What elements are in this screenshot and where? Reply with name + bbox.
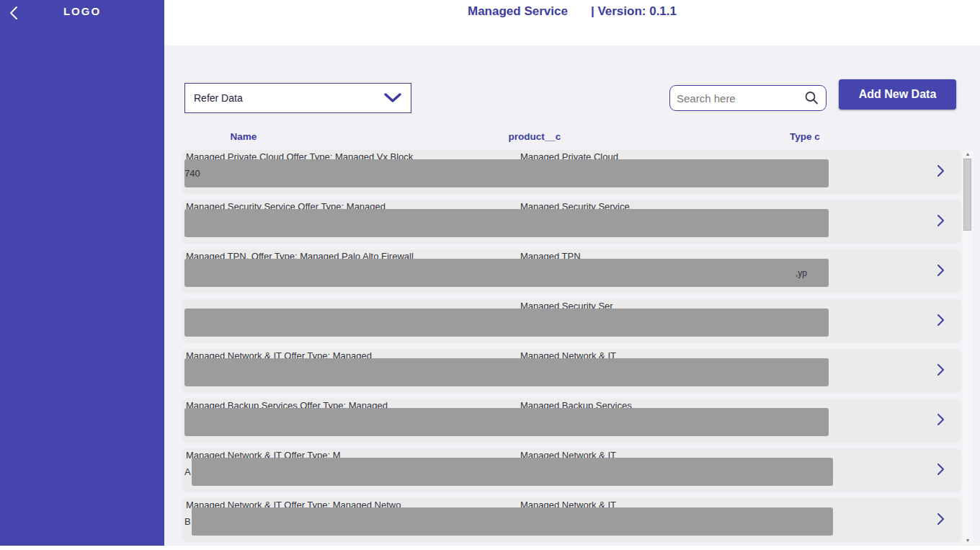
redaction-bar	[184, 209, 829, 237]
table-row[interactable]: Managed Network & IT Offer Type: M Manag…	[182, 448, 961, 492]
scroll-up-arrow[interactable]: ▲	[963, 151, 973, 158]
chevron-right-icon[interactable]	[935, 263, 947, 280]
redaction-bar	[192, 507, 833, 536]
redaction-bar	[184, 259, 829, 287]
page-title: Managed Service	[468, 4, 568, 19]
app-window: LOGO Managed Service | Version: 0.1.1 Re…	[0, 0, 980, 550]
bottom-divider	[0, 546, 980, 550]
column-header-type: Type c	[790, 131, 820, 142]
refer-data-dropdown[interactable]: Refer Data	[184, 83, 411, 113]
redaction-bar	[192, 458, 833, 486]
chevron-right-icon[interactable]	[935, 363, 947, 380]
column-header-product: product__c	[509, 131, 561, 142]
table-row[interactable]: Managed Network & IT Offer Type: Managed…	[182, 498, 961, 542]
redaction-bar	[184, 408, 829, 436]
version-label: | Version: 0.1.1	[591, 4, 677, 19]
chevron-right-icon[interactable]	[935, 313, 947, 330]
chevron-right-icon[interactable]	[935, 462, 947, 479]
search-box	[669, 85, 827, 111]
data-row-list: Managed Private Cloud Offer Type: Manage…	[182, 150, 961, 548]
table-row[interactable]: Managed Security Service Offer Type: Man…	[182, 200, 961, 244]
redaction-bar	[184, 159, 829, 187]
chevron-right-icon[interactable]	[935, 412, 947, 430]
table-row[interactable]: Managed TPN, Offer Type: Managed Palo Al…	[182, 249, 961, 293]
table-row[interactable]: Managed Private Cloud Offer Type: Manage…	[182, 150, 961, 194]
redaction-bar	[184, 358, 829, 386]
vertical-scrollbar[interactable]: ▲ ▼	[963, 151, 973, 544]
search-input[interactable]	[677, 92, 803, 105]
redaction-bar	[184, 309, 829, 337]
table-row[interactable]: Managed Security Ser	[182, 299, 961, 343]
add-new-data-button[interactable]: Add New Data	[839, 79, 956, 110]
scroll-down-arrow[interactable]: ▼	[963, 537, 973, 544]
table-row[interactable]: Managed Network & IT Offer Type: Managed…	[182, 349, 961, 393]
chevron-right-icon[interactable]	[935, 213, 947, 231]
scrollbar-thumb[interactable]	[963, 159, 971, 231]
sidebar: LOGO	[0, 0, 164, 546]
search-icon[interactable]	[803, 90, 819, 106]
chevron-right-icon[interactable]	[935, 164, 947, 181]
row-name-line2-fragment: B	[184, 516, 191, 527]
row-name-line2-fragment: 740	[184, 168, 200, 179]
row-name-line2-fragment: A	[184, 466, 191, 477]
top-bar: Managed Service | Version: 0.1.1	[164, 0, 980, 45]
main-content: Refer Data Add New Data Name product__c …	[164, 45, 980, 546]
row-extra-fragment: ,yp	[796, 268, 807, 278]
column-header-name: Name	[231, 131, 257, 142]
logo-text: LOGO	[0, 5, 164, 17]
chevron-right-icon[interactable]	[935, 512, 947, 529]
table-row[interactable]: Managed Backup Services Offer Type: Mana…	[182, 399, 961, 443]
dropdown-value: Refer Data	[194, 92, 383, 104]
chevron-down-icon	[383, 92, 402, 104]
